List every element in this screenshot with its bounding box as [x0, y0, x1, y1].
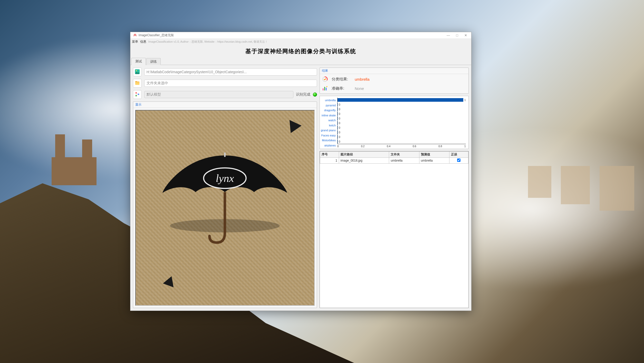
menu-item-menu[interactable]: 菜单 — [132, 40, 138, 44]
chart-bar-value: 0 — [339, 108, 340, 111]
background-buildings — [451, 109, 644, 236]
col-pred[interactable]: 预测值 — [419, 152, 449, 158]
cell-correct — [449, 158, 468, 164]
chart-ylabel: pyramid — [326, 103, 336, 108]
umbrella-image: lynx — [152, 149, 298, 251]
col-path[interactable]: 图片路径 — [339, 152, 389, 158]
svg-text:lynx: lynx — [216, 172, 234, 184]
chart-bar-row: 0 — [338, 102, 466, 107]
chart-bar-row: 1 — [338, 98, 466, 102]
tab-test[interactable]: 测试 — [131, 58, 146, 65]
maximize-button[interactable]: □ — [453, 33, 462, 38]
chart-bar-value: 0 — [339, 136, 340, 138]
minimize-button[interactable]: — — [444, 33, 453, 38]
chart-xtick: 0.8 — [438, 145, 442, 148]
select-model-button[interactable] — [133, 90, 142, 99]
svg-point-9 — [135, 92, 137, 94]
titlebar[interactable]: ImageClassifier_思绪无限 — □ ✕ — [130, 32, 471, 39]
cell-pred: umbrella — [419, 158, 449, 164]
svg-point-3 — [136, 35, 136, 35]
display-panel-title: 显示 — [133, 102, 317, 108]
image-icon — [134, 69, 140, 75]
background-castle — [52, 134, 97, 185]
chart-ylabel: grand piano — [321, 128, 336, 133]
col-folder[interactable]: 文件夹 — [389, 152, 419, 158]
page-title: 基于深度神经网络的图像分类与训练系统 — [130, 44, 471, 58]
chart-bar-value: 0 — [339, 113, 340, 115]
cell-path: image_0018.jpg — [339, 158, 389, 164]
folder-icon — [134, 80, 140, 87]
chart-bar-row: 0 — [338, 139, 466, 144]
chart-ylabel: dragonfly — [324, 108, 336, 113]
display-panel: 显示 — [133, 101, 317, 308]
chart-bar-value: 1 — [464, 99, 466, 101]
cell-folder: umbrella — [389, 158, 419, 164]
menu-item-info[interactable]: 信息 — [140, 40, 146, 44]
recognition-status: 识别完成 — [296, 92, 310, 97]
accuracy-value: None — [355, 86, 364, 91]
folder-path-field[interactable]: 文件夹未选中 — [144, 80, 317, 87]
chart-xtick: 1 — [464, 145, 466, 148]
model-field[interactable]: 默认模型 — [144, 91, 293, 98]
chart-xtick: 0 — [337, 145, 339, 148]
chart-ylabel: inline skate — [322, 113, 336, 118]
svg-rect-18 — [324, 87, 325, 90]
svg-point-0 — [134, 35, 135, 36]
chart-ylabel: airplanes — [324, 143, 336, 148]
cell-index: 1 — [320, 158, 339, 164]
chart-xtick: 0.4 — [387, 145, 390, 148]
chart-ylabel: ketch — [329, 123, 336, 128]
info-text: ImageClassification v1.0, Author：思绪无限, W… — [148, 40, 268, 44]
chart-bar-value: 0 — [339, 122, 340, 125]
image-path-field[interactable]: H:\MatlabCode\ImageCategorySystem\10_Obj… — [144, 68, 317, 76]
check-gauge-icon — [322, 76, 328, 82]
class-value: umbrella — [355, 77, 370, 81]
correct-checkbox[interactable] — [457, 159, 460, 162]
svg-point-10 — [135, 95, 137, 97]
chart-bar-row: 0 — [338, 130, 466, 135]
class-label: 分类结果: — [332, 77, 351, 82]
window-title: ImageClassifier_思绪无限 — [139, 33, 444, 38]
chart-xtick: 0.2 — [361, 145, 364, 148]
table-row[interactable]: 1image_0018.jpgumbrellaumbrella — [320, 158, 468, 164]
chart-bar-row: 0 — [338, 111, 466, 116]
result-panel-title: 结果 — [320, 68, 468, 74]
status-led-icon — [313, 92, 317, 97]
chart-ylabel: Faces easy — [321, 133, 336, 138]
chart-bar-row: 0 — [338, 121, 466, 125]
chart-bar-value: 0 — [339, 103, 340, 106]
chart-bar-value: 0 — [339, 117, 340, 120]
chart-bar-row: 0 — [338, 125, 466, 130]
svg-rect-19 — [326, 88, 327, 90]
select-folder-button[interactable] — [133, 79, 142, 88]
tab-train[interactable]: 训练 — [146, 58, 161, 65]
chart-bar-row: 0 — [338, 107, 466, 111]
chart-bar-row: 0 — [338, 116, 466, 121]
svg-point-11 — [138, 94, 139, 95]
app-icon — [133, 33, 137, 38]
menubar: 菜单 信息 ImageClassification v1.0, Author：思… — [130, 39, 471, 44]
chart-bar-row: 0 — [338, 135, 466, 139]
accuracy-label: 准确率: — [332, 86, 351, 91]
chart-ylabel: watch — [328, 118, 336, 123]
col-index[interactable]: 序号 — [320, 152, 339, 158]
col-correct[interactable]: 正误 — [449, 152, 468, 158]
tab-bar: 测试 训练 — [130, 58, 471, 65]
app-window: ImageClassifier_思绪无限 — □ ✕ 菜单 信息 ImageCl… — [130, 32, 472, 311]
image-preview: lynx — [135, 110, 315, 305]
probability-chart: umbrellapyramiddragonflyinline skatewatc… — [320, 96, 469, 149]
svg-rect-17 — [323, 88, 324, 90]
svg-point-2 — [134, 35, 134, 35]
select-image-button[interactable] — [133, 68, 142, 76]
svg-point-20 — [326, 86, 328, 87]
chart-bar-value: 0 — [339, 126, 340, 129]
chart-bar-value: 0 — [339, 140, 340, 143]
chart-bar-value: 0 — [339, 131, 340, 134]
results-table[interactable]: 序号 图片路径 文件夹 预测值 正误 1image_0018.jpgumbrel… — [320, 151, 469, 308]
svg-point-1 — [135, 35, 136, 36]
chart-xtick: 0.6 — [413, 145, 416, 148]
close-button[interactable]: ✕ — [462, 33, 470, 38]
nodes-icon — [134, 91, 140, 98]
bars-icon — [322, 85, 328, 91]
result-panel: 结果 分类结果: umbrella 准确率: None — [320, 68, 469, 94]
